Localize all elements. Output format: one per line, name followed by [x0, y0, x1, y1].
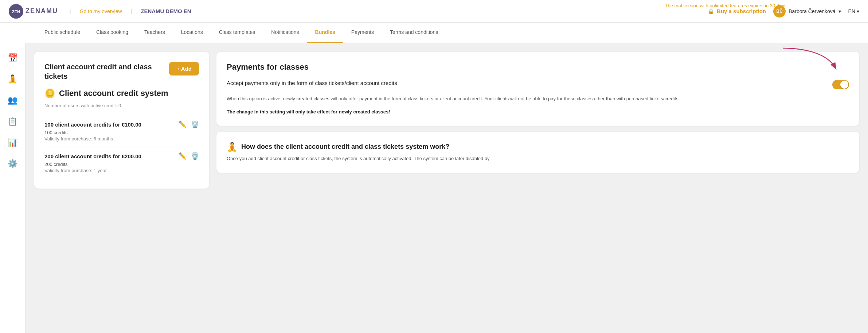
credit-item-validity: Validity from purchase: 1 year — [44, 168, 199, 173]
analytics-icon: 📊 — [8, 138, 17, 147]
sidebar-item-classes[interactable]: 🧘 — [4, 70, 22, 88]
credit-item-header: 100 client account credits for €100.00 ✏… — [44, 120, 199, 128]
tab-class-templates[interactable]: Class templates — [211, 23, 263, 43]
tab-payments[interactable]: Payments — [343, 23, 382, 43]
payments-card: Payments for classes Accept payments onl… — [216, 52, 859, 126]
add-button[interactable]: + Add — [169, 62, 199, 75]
calendar-icon: 📅 — [8, 53, 17, 63]
user-name: Barbora Červenková — [789, 8, 835, 14]
main-content: Client account credit and class tickets … — [26, 43, 868, 333]
divider: | — [70, 8, 71, 14]
toggle-label: Accept payments only in the form of clas… — [227, 79, 826, 87]
payments-note: The change in this setting will only tak… — [227, 108, 849, 116]
right-column-inner: Payments for classes Accept payments onl… — [216, 52, 859, 173]
how-description: Once you add client account credit or cl… — [227, 155, 849, 163]
credit-item: 200 client account credits for €200.00 ✏… — [44, 147, 199, 178]
lang-selector[interactable]: EN ▾ — [848, 8, 859, 14]
lock-icon: 🔒 — [708, 8, 715, 15]
credit-item-name: 200 client account credits for €200.00 — [44, 153, 141, 159]
svg-text:ZEN: ZEN — [12, 9, 20, 14]
sidebar-item-calendar[interactable]: 📅 — [4, 49, 22, 67]
payments-description: When this option is active, newly create… — [227, 95, 849, 103]
chevron-down-icon: ▾ — [857, 8, 859, 14]
toggle-switch[interactable] — [832, 80, 849, 89]
buy-subscription-button[interactable]: 🔒 Buy a subscription — [708, 8, 766, 15]
topbar: ZEN ZENAMU | Go to my overview | ZENAMU … — [0, 0, 868, 23]
logo-icon: ZEN — [9, 4, 23, 19]
nav-tabs: Public schedule Class booking Teachers L… — [0, 23, 868, 43]
edit-icon[interactable]: ✏️ — [179, 120, 187, 128]
edit-icon[interactable]: ✏️ — [179, 152, 187, 160]
tab-class-booking[interactable]: Class booking — [88, 23, 136, 43]
goto-overview-link[interactable]: Go to my overview — [80, 8, 122, 14]
credit-item-name: 100 client account credits for €100.00 — [44, 121, 141, 128]
credit-item-credits: 200 credits — [44, 162, 199, 167]
layout: 📅 🧘 👥 📋 📊 ⚙️ Client account credit and c… — [0, 43, 868, 333]
tab-terms[interactable]: Terms and conditions — [382, 23, 446, 43]
left-card: Client account credit and class tickets … — [34, 52, 209, 189]
toggle-row: Accept payments only in the form of clas… — [227, 79, 849, 89]
card-header: Client account credit and class tickets … — [44, 62, 199, 81]
demo-name: ZENAMU DEMO EN — [141, 8, 191, 14]
users-icon: 👥 — [8, 96, 17, 105]
how-card: 🧘 How does the client account credit and… — [216, 132, 859, 173]
credit-icon: 🪙 — [44, 88, 55, 98]
divider2: | — [131, 8, 132, 14]
settings-icon: ⚙️ — [8, 159, 17, 169]
logo: ZEN ZENAMU — [9, 4, 58, 19]
delete-icon[interactable]: 🗑️ — [191, 120, 199, 128]
trial-notice: The trial version with unlimited feature… — [665, 3, 788, 8]
sidebar-item-settings[interactable]: ⚙️ — [4, 155, 22, 173]
toggle-knob — [840, 81, 848, 89]
credit-item-actions: ✏️ 🗑️ — [179, 120, 199, 128]
tab-bundles[interactable]: Bundles — [307, 23, 343, 43]
credit-item: 100 client account credits for €100.00 ✏… — [44, 115, 199, 147]
section-title: 🪙 Client account credit system — [44, 88, 199, 98]
right-column: Payments for classes Accept payments onl… — [216, 52, 859, 173]
credit-item-header: 200 client account credits for €200.00 ✏… — [44, 152, 199, 160]
how-icon: 🧘 — [227, 142, 238, 152]
users-count: Number of users with active credit: 0 — [44, 103, 199, 108]
chevron-down-icon: ▾ — [838, 8, 841, 14]
card-title: Client account credit and class tickets — [44, 62, 169, 81]
tab-notifications[interactable]: Notifications — [263, 23, 307, 43]
reports-icon: 📋 — [8, 117, 17, 126]
classes-icon: 🧘 — [8, 74, 17, 84]
logo-text: ZENAMU — [26, 7, 58, 15]
credit-item-validity: Validity from purchase: 6 months — [44, 136, 199, 142]
tab-locations[interactable]: Locations — [173, 23, 211, 43]
credit-item-actions: ✏️ 🗑️ — [179, 152, 199, 160]
payments-title: Payments for classes — [227, 62, 849, 73]
sidebar-item-users[interactable]: 👥 — [4, 91, 22, 109]
delete-icon[interactable]: 🗑️ — [191, 152, 199, 160]
sidebar-item-analytics[interactable]: 📊 — [4, 133, 22, 152]
sidebar: 📅 🧘 👥 📋 📊 ⚙️ — [0, 43, 26, 333]
sidebar-item-reports[interactable]: 📋 — [4, 112, 22, 131]
tab-public-schedule[interactable]: Public schedule — [36, 23, 88, 43]
tab-teachers[interactable]: Teachers — [136, 23, 173, 43]
how-section-title: 🧘 How does the client account credit and… — [227, 142, 849, 152]
credit-item-credits: 100 credits — [44, 130, 199, 135]
